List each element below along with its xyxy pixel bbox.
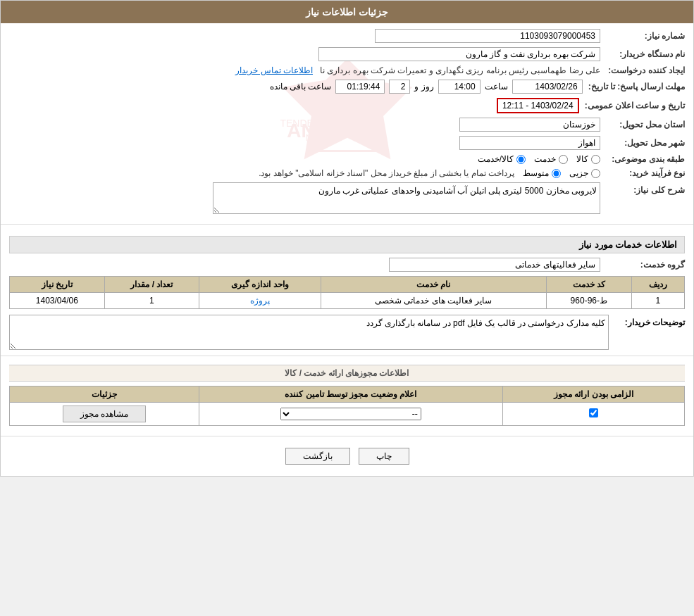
deadline-time-input [438, 80, 481, 94]
table-row: -- مشاهده مجوز [10, 403, 685, 426]
category-label-both: کالا/خدمت [478, 154, 514, 164]
buyer-notes-textarea [9, 315, 609, 350]
description-textarea [213, 182, 600, 214]
deadline-time-label: ساعت [485, 82, 508, 92]
purchase-type-radio-group: جزیی متوسط [523, 168, 600, 178]
cell-required [502, 403, 684, 426]
purchase-type-option-small: جزیی [569, 168, 600, 178]
category-radio-service[interactable] [559, 155, 568, 164]
city-input [459, 136, 600, 150]
category-label: طبقه بندی موضوعی: [600, 154, 685, 164]
need-number-row: شماره نیاز: [9, 29, 685, 43]
services-table-header: ردیف کد خدمت نام خدمت واحد اندازه گیری ت… [10, 277, 685, 293]
col-service-name: نام خدمت [321, 277, 546, 293]
description-label: شرح کلی نیاز: [600, 182, 685, 195]
services-section: اطلاعات خدمات مورد نیاز گروه خدمت: ردیف … [1, 225, 693, 356]
cell-row-num: 1 [631, 293, 684, 309]
province-label: استان محل تحویل: [600, 120, 685, 130]
col-details: جزئیات [10, 386, 199, 403]
col-service-code: کد خدمت [546, 277, 631, 293]
announce-row: تاریخ و ساعت اعلان عمومی: 1403/02/24 - 1… [9, 98, 685, 113]
purchase-type-row: نوع فرآیند خرید: جزیی متوسط پرداخت تمام … [9, 168, 685, 178]
col-row-num: ردیف [631, 277, 684, 293]
announce-value-box: 1403/02/24 - 12:11 [497, 98, 579, 113]
category-option-both: کالا/خدمت [478, 154, 526, 164]
cell-service-code: ط-96-960 [546, 293, 631, 309]
creator-label: ایجاد کننده درخواست: [600, 65, 685, 75]
deadline-label: مهلت ارسال پاسخ: تا تاریخ: [583, 82, 685, 92]
city-row: شهر محل تحویل: [9, 136, 685, 150]
creator-link[interactable]: اطلاعات تماس خریدار [235, 65, 313, 75]
page-header: جزئیات اطلاعات نیاز [1, 1, 693, 23]
deadline-remaining-label: ساعت باقی مانده [270, 82, 332, 92]
category-option-kala: کالا [576, 154, 600, 164]
services-table: ردیف کد خدمت نام خدمت واحد اندازه گیری ت… [9, 276, 685, 309]
category-row: طبقه بندی موضوعی: کالا خدمت کالا/خدمت [9, 154, 685, 164]
service-group-label: گروه خدمت: [600, 260, 685, 270]
form-content: شماره نیاز: نام دستگاه خریدار: ایجاد کنن… [9, 29, 685, 214]
buyer-notes-label: توضیحات خریدار: [614, 315, 685, 327]
back-button[interactable]: بازگشت [285, 448, 350, 465]
announce-value: 1403/02/24 - 12:11 [502, 101, 574, 111]
service-group-row: گروه خدمت: [9, 258, 685, 272]
province-input [459, 118, 600, 132]
deadline-days-input [389, 80, 410, 94]
services-title: اطلاعات خدمات مورد نیاز [9, 236, 685, 253]
licenses-section: اطلاعات مجوزهای ارائه خدمت / کالا الزامی… [1, 356, 693, 436]
description-row: شرح کلی نیاز: [9, 182, 685, 214]
creator-value: علی رضا طهماسبی رئیس برنامه ریزی نگهداری… [9, 65, 600, 75]
purchase-type-label-medium: متوسط [523, 168, 549, 178]
buyer-org-row: نام دستگاه خریدار: [9, 47, 685, 61]
creator-text: علی رضا طهماسبی رئیس برنامه ریزی نگهداری… [320, 65, 600, 75]
province-row: استان محل تحویل: [9, 118, 685, 132]
col-unit: واحد اندازه گیری [199, 277, 321, 293]
col-need-date: تاریخ نیاز [10, 277, 105, 293]
cell-status: -- [199, 403, 502, 426]
deadline-remaining-input [335, 80, 385, 94]
cell-quantity: 1 [104, 293, 199, 309]
purchase-type-label: نوع فرآیند خرید: [600, 168, 685, 178]
print-button[interactable]: چاپ [359, 448, 409, 465]
cell-unit: پروژه [199, 293, 321, 309]
service-group-input [389, 258, 600, 272]
view-license-button[interactable]: مشاهده مجوز [63, 406, 146, 422]
deadline-date-input [512, 80, 583, 94]
category-label-kala: کالا [576, 154, 588, 164]
table-row: 1 ط-96-960 سایر فعالیت های خدماتی شخصی پ… [10, 293, 685, 309]
purchase-type-radio-small[interactable] [591, 169, 600, 178]
deadline-day-label: روز و [414, 82, 433, 92]
col-status: اعلام وضعیت مجوز توسط تامین کننده [199, 386, 502, 403]
buyer-org-input [318, 47, 600, 61]
status-select[interactable]: -- [280, 408, 421, 420]
cell-details: مشاهده مجوز [10, 403, 199, 426]
purchase-type-radio-medium[interactable] [552, 169, 561, 178]
deadline-inputs: ساعت روز و ساعت باقی مانده [270, 80, 583, 94]
category-label-service: خدمت [534, 154, 556, 164]
category-radio-kala[interactable] [591, 155, 600, 164]
deadline-row: مهلت ارسال پاسخ: تا تاریخ: ساعت روز و سا… [9, 80, 685, 94]
buyer-org-label: نام دستگاه خریدار: [600, 49, 685, 59]
city-label: شهر محل تحویل: [600, 138, 685, 148]
col-quantity: تعداد / مقدار [104, 277, 199, 293]
licenses-table-header: الزامی بودن ارائه مجوز اعلام وضعیت مجوز … [10, 386, 685, 403]
col-required: الزامی بودن ارائه مجوز [502, 386, 684, 403]
need-number-label: شماره نیاز: [600, 31, 685, 41]
creator-row: ایجاد کننده درخواست: علی رضا طهماسبی رئی… [9, 65, 685, 75]
category-option-service: خدمت [534, 154, 568, 164]
required-checkbox[interactable] [589, 408, 598, 417]
buyer-notes-row: توضیحات خریدار: [9, 315, 685, 350]
cell-service-name: سایر فعالیت های خدماتی شخصی [321, 293, 546, 309]
licenses-title: اطلاعات مجوزهای ارائه خدمت / کالا [9, 365, 685, 382]
licenses-table: الزامی بودن ارائه مجوز اعلام وضعیت مجوز … [9, 386, 685, 426]
main-section: ANA TENDER .NET شماره نیاز: نام دستگاه خ… [1, 23, 693, 225]
purchase-type-option-medium: متوسط [523, 168, 561, 178]
purchase-type-note: پرداخت تمام یا بخشی از مبلغ خریداز محل "… [259, 168, 514, 178]
bottom-buttons: چاپ بازگشت [1, 436, 693, 476]
need-number-input [375, 29, 600, 43]
cell-need-date: 1403/04/06 [10, 293, 105, 309]
page-wrapper: جزئیات اطلاعات نیاز ANA TENDER .NET شمار… [0, 0, 694, 477]
purchase-type-label-small: جزیی [569, 168, 588, 178]
category-radio-both[interactable] [516, 155, 526, 164]
category-radio-group: کالا خدمت کالا/خدمت [478, 154, 600, 164]
page-title: جزئیات اطلاعات نیاز [306, 6, 388, 18]
